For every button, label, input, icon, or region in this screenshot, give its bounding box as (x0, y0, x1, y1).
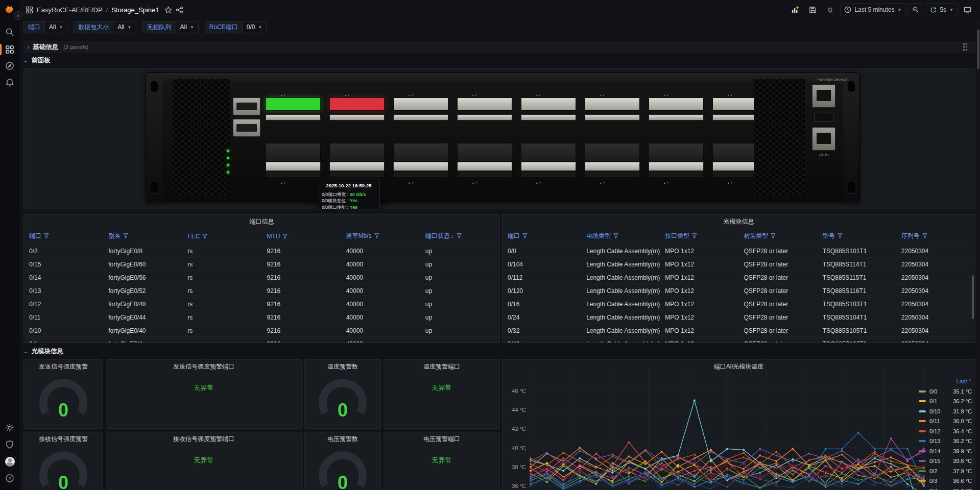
legend-item-0/0[interactable]: 0/035.1 °C (919, 386, 972, 397)
filter-funnel-icon[interactable] (692, 233, 697, 238)
status-panel-rx-signal-ports: 接收信号强度预警端口 无异常 (106, 432, 302, 490)
time-range-picker[interactable]: Last 5 minutes ▼ (840, 3, 905, 16)
share-icon[interactable] (176, 6, 183, 14)
filter-funnel-icon[interactable] (838, 233, 843, 238)
column-header[interactable]: 端口状态↓ (420, 228, 499, 244)
legend-item-0/12[interactable]: 0/1236.4 °C (919, 426, 972, 436)
column-header[interactable]: 序列号 (896, 228, 975, 244)
legend-item-0/4[interactable]: 0/436.9 °C (919, 486, 972, 490)
column-header[interactable]: 速率Mb/s (341, 228, 420, 244)
user-avatar[interactable] (4, 456, 15, 467)
dashboard-grid-icon (26, 6, 33, 14)
filter-funnel-icon[interactable] (123, 233, 128, 238)
table-cell: 22050304 (896, 298, 975, 311)
filter-funnel-icon[interactable] (922, 233, 927, 238)
admin-shield-icon[interactable] (4, 439, 15, 450)
table-cell: 40000 (341, 311, 420, 324)
table-cell: 22050304 (896, 244, 975, 258)
row-drag-handle[interactable] (963, 43, 968, 51)
explore-compass-icon[interactable] (4, 60, 15, 71)
qsfp-port-top-5[interactable] (585, 97, 640, 120)
qsfp-port-top-3[interactable] (457, 97, 512, 120)
qsfp-port-bottom-1[interactable] (329, 143, 385, 178)
dashboards-icon[interactable] (4, 44, 15, 55)
sidebar: ? (0, 0, 19, 490)
sidebar-expand-button[interactable]: › (14, 11, 22, 20)
qsfp-port-bottom-3[interactable] (457, 143, 512, 178)
variable-dropdown-1[interactable]: All▼ (113, 21, 136, 33)
zoom-out-time-icon[interactable] (908, 3, 923, 16)
kiosk-mode-icon[interactable] (960, 3, 975, 16)
refresh-interval-label: 5s (940, 6, 946, 13)
table-cell: Length Cable Assembly(m) (581, 298, 660, 311)
svg-text:44 °C: 44 °C (512, 407, 526, 413)
table-cell: TSQ885S115T1 (818, 271, 896, 284)
row-basic-info[interactable]: › 基础信息 (2 panels) (23, 41, 975, 53)
dashboard-settings-gear-icon[interactable] (823, 3, 838, 16)
qsfp-port-bottom-5[interactable] (585, 143, 640, 178)
variable-dropdown-2[interactable]: All▼ (176, 21, 199, 33)
qsfp-port-top-0[interactable] (266, 97, 321, 120)
filter-funnel-icon[interactable] (522, 233, 528, 238)
qsfp-port-bottom-2[interactable] (393, 143, 448, 178)
page-scrollbar[interactable] (976, 19, 980, 490)
right-vent (754, 79, 805, 195)
status-text: 无异常 (384, 383, 499, 393)
legend-item-0/14[interactable]: 0/1439.9 °C (919, 446, 972, 456)
row-front-panel[interactable]: ⌄ 前面板 (23, 55, 975, 65)
legend-item-0/13[interactable]: 0/1336.2 °C (919, 436, 972, 447)
variable-dropdown-0[interactable]: All▼ (45, 21, 67, 33)
table-scrollbar[interactable] (972, 275, 974, 319)
filter-funnel-icon[interactable] (457, 233, 462, 238)
legend-item-0/15[interactable]: 0/1539.6 °C (919, 456, 972, 467)
table-cell: TSQ885S103T1 (818, 298, 896, 311)
qsfp-port-bottom-6[interactable] (649, 143, 704, 178)
qsfp-port-top-2[interactable] (393, 97, 448, 120)
column-header[interactable]: 端口 (24, 228, 103, 244)
row-optical-module[interactable]: ⌄ 光模块信息 (23, 346, 975, 356)
configuration-gear-icon[interactable] (4, 422, 15, 433)
legend-item-0/1[interactable]: 0/136.2 °C (919, 397, 972, 407)
filter-funnel-icon[interactable] (282, 234, 288, 239)
save-dashboard-icon[interactable] (805, 3, 820, 16)
column-header[interactable]: 电缆类型 (581, 228, 660, 244)
column-header[interactable]: 接口类型 (660, 228, 738, 244)
panel-title: 温度预警数 (305, 360, 380, 373)
legend-header[interactable]: Last * (919, 377, 972, 386)
favorite-star-icon[interactable] (164, 6, 172, 14)
filter-funnel-icon[interactable] (374, 233, 379, 238)
breadcrumb-folder[interactable]: EasyRoCE-AE/RE/DP (37, 6, 103, 14)
table-cell: 0/1 (24, 337, 103, 344)
usb-port (814, 113, 833, 122)
alerting-bell-icon[interactable] (4, 77, 15, 88)
legend-item-0/10[interactable]: 0/1031.9 °C (919, 406, 972, 416)
table-cell: Length Cable Assembly(m) (581, 284, 660, 298)
column-header[interactable]: 端口 (503, 228, 581, 244)
legend-item-0/2[interactable]: 0/237.9 °C (919, 466, 972, 476)
qsfp-port-top-4[interactable] (521, 97, 576, 120)
search-icon[interactable] (4, 27, 15, 38)
column-header[interactable]: FEC (182, 228, 261, 244)
chart-legend: Last *0/035.1 °C0/136.2 °C0/1031.9 °C0/1… (919, 377, 972, 490)
legend-item-0/11[interactable]: 0/1136.0 °C (919, 416, 972, 427)
table-cell: up (420, 298, 499, 311)
refresh-picker[interactable]: 5s ▼ (926, 3, 958, 16)
column-header[interactable]: 封装类型 (738, 228, 817, 244)
qsfp-port-bottom-4[interactable] (521, 143, 576, 178)
variable-dropdown-3[interactable]: 0/0▼ (243, 21, 267, 33)
help-icon[interactable]: ? (4, 473, 15, 484)
qsfp-port-top-1[interactable] (329, 97, 385, 120)
qsfp-port-top-6[interactable] (649, 97, 704, 120)
filter-funnel-icon[interactable] (44, 233, 49, 238)
filter-funnel-icon[interactable] (771, 233, 776, 238)
column-header[interactable]: MTU (261, 228, 341, 244)
column-header[interactable]: 型号 (818, 228, 896, 244)
gauge-value: 0 (305, 472, 380, 490)
legend-item-0/3[interactable]: 0/336.6 °C (919, 476, 972, 486)
filter-funnel-icon[interactable] (202, 234, 207, 239)
qsfp-port-bottom-0[interactable] (266, 143, 321, 178)
add-panel-icon[interactable] (787, 3, 803, 16)
variable-label-1: 数据包大小 (74, 21, 113, 33)
column-header[interactable]: 别名 (103, 228, 182, 244)
filter-funnel-icon[interactable] (613, 233, 618, 238)
